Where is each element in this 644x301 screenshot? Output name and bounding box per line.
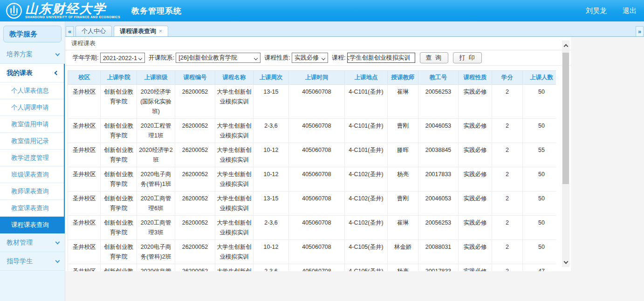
table-cell: 50 xyxy=(523,167,556,192)
sidebar-item-label: 班级课表查询 xyxy=(11,171,49,179)
table-row[interactable]: 圣井校区创新创业教育学院2020工商管理3班26200052大学生创新创业模拟实… xyxy=(68,216,556,240)
table-cell: 4-C102(圣井) xyxy=(345,192,388,216)
table-row[interactable]: 圣井校区创新创业教育学院2020信息管理与信息系统(服务外包方向)1班26200… xyxy=(68,264,556,272)
table-cell: 4-C105(圣井) xyxy=(345,264,388,272)
table-cell: 创新创业教育学院 xyxy=(101,264,137,272)
column-header[interactable]: 上课时间 xyxy=(289,71,345,85)
sidebar-item-label: 课程课表查询 xyxy=(11,221,49,229)
scrollbar-up-button[interactable] xyxy=(562,41,569,49)
table-row[interactable]: 圣井校区创新创业教育学院2020电子商务(管科)2班26200052大学生创新创… xyxy=(68,240,556,264)
table-cell: 2 xyxy=(492,216,523,240)
sidebar-section-title[interactable]: 教学服务 xyxy=(3,26,62,42)
table-cell: 2 xyxy=(492,240,523,264)
table-cell: 大学生创新创业模拟实训 xyxy=(215,216,253,240)
table-row[interactable]: 圣井校区创新创业教育学院2020工程管理1班26200052大学生创新创业模拟实… xyxy=(68,119,556,143)
table-cell: 创新创业教育学院 xyxy=(101,240,137,264)
term-select[interactable]: 2021-2022-1 xyxy=(100,53,145,63)
tab-personal-center[interactable]: 个人中心 xyxy=(75,26,112,36)
course-input[interactable]: 大学生创新创业模拟实训 xyxy=(347,53,415,63)
table-row[interactable]: 圣井校区创新创业教育学院2020电子商务(管科)1班26200052大学生创新创… xyxy=(68,167,556,192)
search-button[interactable]: 查 询 xyxy=(420,52,449,63)
table-cell: 创新创业教育学院 xyxy=(101,167,137,192)
sidebar-item-classroom-borrow-records[interactable]: 教室借用记录 xyxy=(0,133,64,150)
sidebar-group-training-program[interactable]: 培养方案 xyxy=(0,45,65,64)
table-cell: 20046053 xyxy=(418,119,459,143)
table-row[interactable]: 圣井校区创新创业教育学院2020经济学2班26200052大学生创新创业模拟实训… xyxy=(68,143,556,167)
table-cell: 26200052 xyxy=(175,192,215,216)
table-cell: 圣井校区 xyxy=(68,240,101,264)
sidebar-item-class-timetable-query[interactable]: 班级课表查询 xyxy=(0,166,64,183)
column-header[interactable]: 上课周次 xyxy=(253,71,289,85)
column-header[interactable]: 授课教师 xyxy=(388,71,418,85)
table-cell: 26200052 xyxy=(175,143,215,167)
column-header[interactable]: 上课人数 xyxy=(523,71,556,85)
tabs-scroll-right-button[interactable]: » xyxy=(636,26,644,36)
scrollbar-down-button[interactable] xyxy=(562,259,569,266)
column-header[interactable]: 上课学院 xyxy=(101,71,137,85)
course-nature-select[interactable]: 实践必修 xyxy=(292,53,328,63)
table-cell: 4-C102(圣井) xyxy=(345,167,388,192)
table-cell: 4-C102(圣井) xyxy=(345,216,388,240)
column-header[interactable]: 校区 xyxy=(68,71,101,85)
university-logo: 山东财经大学 SHANDONG UNIVERSITY OF FINANCE AN… xyxy=(6,2,120,19)
table-cell: 4-C101(圣井) xyxy=(345,119,388,143)
table-cell: 2 xyxy=(492,143,523,167)
sidebar-item-teaching-progress-management[interactable]: 教学进度管理 xyxy=(0,150,64,166)
table-cell: 大学生创新创业模拟实训 xyxy=(215,85,253,119)
close-icon[interactable]: × xyxy=(159,28,162,34)
table-cell: 实践必修 xyxy=(459,192,492,216)
table-cell: 林金娇 xyxy=(388,240,418,264)
table-cell: 50 xyxy=(523,240,556,264)
sidebar-group-label: 指导学生 xyxy=(7,257,33,266)
table-cell: 2 xyxy=(492,85,523,119)
table-cell: 4-C101(圣井) xyxy=(345,85,388,119)
sidebar-item-teacher-timetable-query[interactable]: 教师课表查询 xyxy=(0,183,64,200)
vertical-scrollbar[interactable] xyxy=(562,41,569,267)
table-row[interactable]: 圣井校区创新创业教育学院2020工商管理6班26200052大学生创新创业模拟实… xyxy=(68,192,556,216)
table-cell: 50 xyxy=(523,192,556,216)
table-cell: 圣井校区 xyxy=(68,119,101,143)
chevron-down-icon xyxy=(138,56,142,60)
sidebar-item-classroom-borrow-request[interactable]: 教室借用申请 xyxy=(0,116,64,133)
sidebar-item-label: 教室借用申请 xyxy=(11,120,49,129)
column-header[interactable]: 上课班级 xyxy=(137,71,175,85)
table-cell: 2 xyxy=(492,119,523,143)
department-select[interactable]: [26]创新创业教育学院 xyxy=(176,53,260,63)
sidebar-group-student-guidance[interactable]: 指导学生 xyxy=(0,252,65,271)
sidebar-item-personal-class-adjust-request[interactable]: 个人调课申请 xyxy=(0,99,64,116)
column-header[interactable]: 课程性质 xyxy=(459,71,492,85)
table-cell: 2020信息管理与信息系统(服务外包方向)1班 xyxy=(137,264,175,272)
column-header[interactable]: 课程名称 xyxy=(215,71,253,85)
tabs-scroll-left-button[interactable]: « xyxy=(66,26,74,36)
scrollbar-thumb[interactable] xyxy=(562,53,569,184)
sidebar-group-my-timetable-header[interactable]: 我的课表 xyxy=(0,64,64,82)
table-cell: 实践必修 xyxy=(459,143,492,167)
table-cell: 405060708 xyxy=(289,192,345,216)
sidebar-item-course-timetable-query[interactable]: 课程课表查询 xyxy=(0,217,64,233)
table-cell: 26200052 xyxy=(175,85,215,119)
sidebar-item-personal-timetable-info[interactable]: 个人课表信息 xyxy=(0,82,64,99)
table-cell: 55 xyxy=(523,143,556,167)
column-header[interactable]: 教工号 xyxy=(418,71,459,85)
chevron-down-icon xyxy=(55,258,60,263)
table-cell: 20017833 xyxy=(418,264,459,272)
column-header[interactable]: 学分 xyxy=(492,71,523,85)
current-username[interactable]: 刘昊龙 xyxy=(586,7,607,15)
table-cell: 2020经济学2班 xyxy=(137,143,175,167)
sidebar-group-textbook-management[interactable]: 教材管理 xyxy=(0,233,65,252)
column-header[interactable]: 课程编号 xyxy=(175,71,215,85)
table-row[interactable]: 圣井校区创新创业教育学院2020经济学(国际化实验班)26200052大学生创新… xyxy=(68,85,556,119)
logout-button[interactable]: 退出 xyxy=(623,7,637,15)
sidebar-item-label: 教室课表查询 xyxy=(11,204,49,212)
table-cell: 4-C105(圣井) xyxy=(345,240,388,264)
table-cell: 崔琳 xyxy=(388,216,418,240)
tab-course-timetable-query[interactable]: 课程课表查询 × xyxy=(114,26,168,36)
sidebar-item-classroom-timetable-query[interactable]: 教室课表查询 xyxy=(0,200,64,217)
course-input-value: 大学生创新创业模拟实训 xyxy=(347,53,411,62)
print-button[interactable]: 打 印 xyxy=(453,52,482,63)
table-cell: 大学生创新创业模拟实训 xyxy=(215,264,253,272)
course-nature-select-value: 实践必修 xyxy=(295,54,319,62)
column-header[interactable]: 上课地点 xyxy=(345,71,388,85)
table-cell: 20046053 xyxy=(418,192,459,216)
table-cell: 实践必修 xyxy=(459,216,492,240)
